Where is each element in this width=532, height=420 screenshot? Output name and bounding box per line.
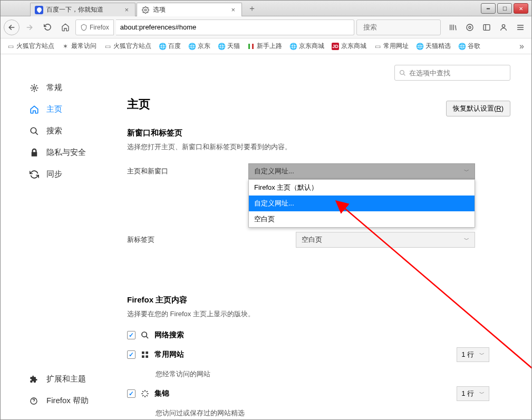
bookmark-item[interactable]: 🌐谷歌 — [455, 41, 483, 52]
back-button[interactable] — [4, 19, 20, 35]
bookmarks-overflow-button[interactable]: » — [515, 42, 528, 51]
puzzle-icon — [30, 375, 40, 384]
find-input[interactable] — [409, 69, 506, 77]
bookmark-item[interactable]: ✶最常访问 — [59, 41, 100, 52]
search-input[interactable] — [363, 23, 452, 31]
svg-point-6 — [33, 86, 36, 89]
tab-close-icon[interactable]: × — [122, 6, 131, 14]
homepage-select[interactable]: 自定义网址... ﹀ — [248, 163, 475, 179]
bookmark-item[interactable]: 🌐天猫 — [215, 41, 243, 52]
sidebar-label: Firefox 帮助 — [46, 396, 89, 406]
window-maximize-button[interactable]: ☐ — [497, 3, 512, 14]
bookmark-item[interactable]: 🌐百度 — [156, 41, 184, 52]
window-close-button[interactable]: ✕ — [514, 3, 528, 14]
bookmarks-toolbar: ▭火狐官方站点 ✶最常访问 ▭火狐官方站点 🌐百度 🌐京东 🌐天猫 新手上路 🌐… — [1, 38, 531, 54]
newtab-label: 新标签页 — [127, 235, 296, 245]
bookmark-item[interactable]: 新手上路 — [244, 41, 285, 52]
sidebar-item-search[interactable]: 搜索 — [24, 123, 122, 139]
svg-rect-13 — [142, 355, 144, 358]
preferences-page: 常规 主页 搜索 隐私与安全 同步 扩展和主题 Firefox 帮助 — [1, 54, 531, 419]
sidebars-button[interactable] — [479, 19, 495, 35]
bookmark-item[interactable]: ▭火狐官方站点 — [101, 41, 154, 52]
sidebar-item-addons[interactable]: 扩展和主题 — [24, 371, 122, 387]
tab-baidu[interactable]: 百度一下，你就知道 × — [30, 3, 136, 16]
dropdown-option-default[interactable]: Firefox 主页（默认） — [249, 180, 475, 196]
bookmark-item[interactable]: ▭火狐官方站点 — [4, 41, 57, 52]
newtab-selected-value: 空白页 — [302, 235, 322, 245]
library-button[interactable] — [445, 19, 461, 35]
section-new-windows: 新窗口和标签页 — [127, 128, 510, 138]
chevron-down-icon: ﹀ — [479, 351, 485, 358]
home-button[interactable] — [57, 19, 73, 35]
check-label: 网络搜索 — [154, 330, 184, 340]
window-minimize-button[interactable]: ━ — [481, 3, 496, 14]
restore-defaults-button[interactable]: 恢复默认设置(R) — [446, 101, 510, 116]
flag-icon — [247, 43, 255, 50]
sparkle-icon — [141, 389, 149, 398]
dropdown-option-custom[interactable]: 自定义网址... — [249, 196, 475, 211]
sidebar-item-general[interactable]: 常规 — [24, 80, 122, 96]
site-identity-box[interactable]: Firefox — [75, 19, 114, 35]
sidebar-item-help[interactable]: Firefox 帮助 — [24, 393, 122, 409]
sidebar-label: 常规 — [46, 83, 62, 93]
checkbox-highlights[interactable]: ✓ — [127, 389, 136, 398]
check-row-websearch: ✓ 网络搜索 — [127, 330, 510, 340]
gear-icon — [30, 83, 40, 93]
topsites-rows-select[interactable]: 1 行﹀ — [457, 347, 489, 362]
url-bar[interactable] — [116, 19, 354, 35]
tab-preferences[interactable]: 选项 × — [137, 3, 242, 16]
bookmark-item[interactable]: 🌐京东 — [185, 41, 214, 52]
sidebar-item-home[interactable]: 主页 — [24, 101, 122, 118]
globe-icon: 🌐 — [458, 43, 466, 50]
lock-icon — [30, 148, 40, 158]
sidebar-label: 隐私与安全 — [46, 148, 86, 158]
section-fx-content: Firefox 主页内容 — [127, 295, 510, 305]
bookmark-item[interactable]: JD京东商城 — [328, 41, 370, 52]
chevron-down-icon: ﹀ — [464, 168, 469, 175]
bookmark-item[interactable]: 🌐京东商城 — [286, 41, 327, 52]
sidebar-item-privacy[interactable]: 隐私与安全 — [24, 144, 122, 161]
highlights-rows-select[interactable]: 1 行﹀ — [457, 386, 489, 401]
svg-point-10 — [142, 332, 147, 337]
check-label: 常用网站 — [154, 350, 184, 359]
svg-point-5 — [502, 24, 505, 27]
tab-close-icon[interactable]: × — [229, 6, 237, 14]
homepage-label: 主页和新窗口 — [127, 167, 248, 176]
fx-content-desc: 选择要在您的 Firefox 主页上显示的版块。 — [127, 309, 510, 319]
account-button[interactable] — [496, 19, 511, 35]
svg-point-9 — [400, 70, 404, 74]
gear-icon: ✶ — [62, 43, 69, 50]
help-icon — [30, 397, 40, 405]
sidebar-item-sync[interactable]: 同步 — [24, 166, 122, 182]
pocket-button[interactable] — [462, 19, 478, 35]
svg-rect-11 — [142, 351, 144, 354]
tab-title: 选项 — [153, 5, 226, 14]
dropdown-option-blank[interactable]: 空白页 — [249, 211, 475, 227]
folder-icon: ▭ — [104, 43, 111, 50]
browser-tabs: 百度一下，你就知道 × 选项 × ＋ — [30, 3, 259, 16]
checkbox-websearch[interactable]: ✓ — [127, 331, 136, 339]
grid-icon — [141, 350, 149, 359]
svg-point-2 — [467, 24, 473, 31]
checkbox-topsites[interactable]: ✓ — [127, 350, 136, 359]
new-tab-button[interactable]: ＋ — [245, 3, 259, 14]
newtab-select[interactable]: 空白页 ﹀ — [296, 232, 475, 248]
app-menu-button[interactable] — [512, 19, 528, 35]
globe-icon: 🌐 — [218, 43, 225, 50]
bookmark-item[interactable]: 🌐天猫精选 — [413, 41, 454, 52]
svg-point-3 — [469, 26, 471, 28]
prefs-content: 主页 恢复默认设置(R) 新窗口和标签页 选择您打开主页、新窗口和新标签页时要看… — [122, 54, 531, 419]
tab-title: 百度一下，你就知道 — [46, 5, 119, 14]
globe-icon: 🌐 — [289, 43, 297, 50]
chevron-down-icon: ﹀ — [479, 390, 485, 397]
identity-label: Firefox — [90, 24, 109, 31]
sidebar-label: 搜索 — [46, 126, 62, 136]
find-in-prefs-box[interactable] — [394, 65, 510, 81]
bookmark-item[interactable]: ▭常用网址 — [371, 41, 412, 52]
search-bar[interactable] — [356, 19, 441, 35]
svg-rect-4 — [483, 24, 490, 30]
svg-rect-12 — [146, 351, 148, 354]
reload-button[interactable] — [40, 19, 55, 35]
forward-button[interactable] — [22, 19, 37, 35]
home-icon — [30, 105, 40, 114]
